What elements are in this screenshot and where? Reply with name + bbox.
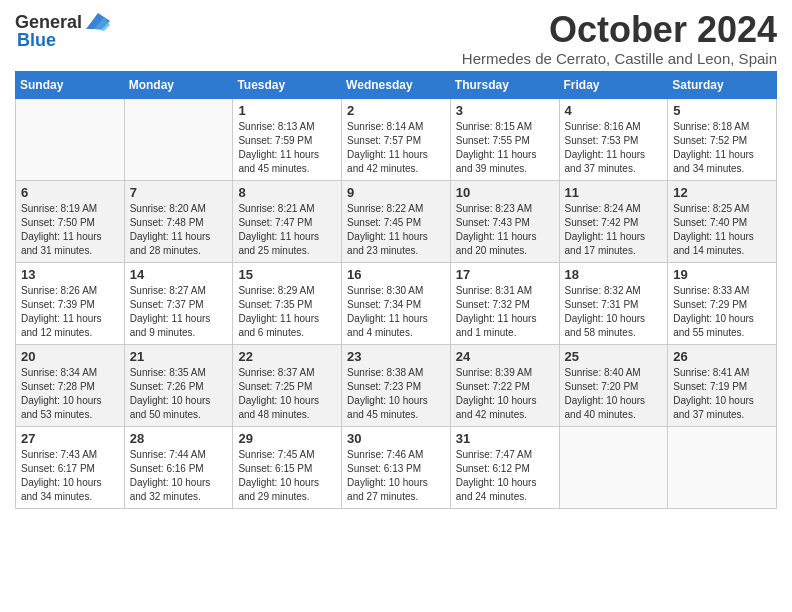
day-number: 19	[673, 267, 771, 282]
day-number: 2	[347, 103, 445, 118]
day-number: 16	[347, 267, 445, 282]
day-info: Sunrise: 8:24 AMSunset: 7:42 PMDaylight:…	[565, 202, 663, 258]
day-info: Sunrise: 8:26 AMSunset: 7:39 PMDaylight:…	[21, 284, 119, 340]
calendar-cell: 15Sunrise: 8:29 AMSunset: 7:35 PMDayligh…	[233, 262, 342, 344]
calendar-cell: 26Sunrise: 8:41 AMSunset: 7:19 PMDayligh…	[668, 344, 777, 426]
day-info: Sunrise: 7:44 AMSunset: 6:16 PMDaylight:…	[130, 448, 228, 504]
day-number: 5	[673, 103, 771, 118]
day-info: Sunrise: 8:15 AMSunset: 7:55 PMDaylight:…	[456, 120, 554, 176]
calendar-header-row: SundayMondayTuesdayWednesdayThursdayFrid…	[16, 71, 777, 98]
day-info: Sunrise: 8:34 AMSunset: 7:28 PMDaylight:…	[21, 366, 119, 422]
location-subtitle: Hermedes de Cerrato, Castille and Leon, …	[462, 50, 777, 67]
day-info: Sunrise: 8:38 AMSunset: 7:23 PMDaylight:…	[347, 366, 445, 422]
day-info: Sunrise: 7:47 AMSunset: 6:12 PMDaylight:…	[456, 448, 554, 504]
calendar-cell: 13Sunrise: 8:26 AMSunset: 7:39 PMDayligh…	[16, 262, 125, 344]
day-number: 23	[347, 349, 445, 364]
day-number: 14	[130, 267, 228, 282]
day-info: Sunrise: 8:32 AMSunset: 7:31 PMDaylight:…	[565, 284, 663, 340]
day-info: Sunrise: 7:43 AMSunset: 6:17 PMDaylight:…	[21, 448, 119, 504]
day-number: 4	[565, 103, 663, 118]
calendar-cell: 7Sunrise: 8:20 AMSunset: 7:48 PMDaylight…	[124, 180, 233, 262]
calendar-cell: 2Sunrise: 8:14 AMSunset: 7:57 PMDaylight…	[342, 98, 451, 180]
day-number: 9	[347, 185, 445, 200]
day-info: Sunrise: 8:27 AMSunset: 7:37 PMDaylight:…	[130, 284, 228, 340]
calendar-cell: 29Sunrise: 7:45 AMSunset: 6:15 PMDayligh…	[233, 426, 342, 508]
calendar-cell	[16, 98, 125, 180]
calendar-cell: 31Sunrise: 7:47 AMSunset: 6:12 PMDayligh…	[450, 426, 559, 508]
day-info: Sunrise: 8:39 AMSunset: 7:22 PMDaylight:…	[456, 366, 554, 422]
day-info: Sunrise: 8:22 AMSunset: 7:45 PMDaylight:…	[347, 202, 445, 258]
calendar-cell: 20Sunrise: 8:34 AMSunset: 7:28 PMDayligh…	[16, 344, 125, 426]
logo: General Blue	[15, 10, 112, 51]
day-number: 12	[673, 185, 771, 200]
calendar-cell	[559, 426, 668, 508]
title-area: October 2024 Hermedes de Cerrato, Castil…	[462, 10, 777, 67]
logo-blue: Blue	[17, 30, 56, 51]
calendar-cell: 16Sunrise: 8:30 AMSunset: 7:34 PMDayligh…	[342, 262, 451, 344]
calendar-cell: 18Sunrise: 8:32 AMSunset: 7:31 PMDayligh…	[559, 262, 668, 344]
day-info: Sunrise: 8:29 AMSunset: 7:35 PMDaylight:…	[238, 284, 336, 340]
day-header-friday: Friday	[559, 71, 668, 98]
calendar-cell: 6Sunrise: 8:19 AMSunset: 7:50 PMDaylight…	[16, 180, 125, 262]
day-number: 25	[565, 349, 663, 364]
calendar-cell: 10Sunrise: 8:23 AMSunset: 7:43 PMDayligh…	[450, 180, 559, 262]
calendar-cell: 17Sunrise: 8:31 AMSunset: 7:32 PMDayligh…	[450, 262, 559, 344]
day-header-sunday: Sunday	[16, 71, 125, 98]
day-info: Sunrise: 7:46 AMSunset: 6:13 PMDaylight:…	[347, 448, 445, 504]
day-number: 13	[21, 267, 119, 282]
calendar-table: SundayMondayTuesdayWednesdayThursdayFrid…	[15, 71, 777, 509]
day-info: Sunrise: 8:31 AMSunset: 7:32 PMDaylight:…	[456, 284, 554, 340]
day-header-saturday: Saturday	[668, 71, 777, 98]
day-header-monday: Monday	[124, 71, 233, 98]
day-info: Sunrise: 8:23 AMSunset: 7:43 PMDaylight:…	[456, 202, 554, 258]
day-info: Sunrise: 8:21 AMSunset: 7:47 PMDaylight:…	[238, 202, 336, 258]
day-info: Sunrise: 8:19 AMSunset: 7:50 PMDaylight:…	[21, 202, 119, 258]
day-info: Sunrise: 8:13 AMSunset: 7:59 PMDaylight:…	[238, 120, 336, 176]
calendar-cell: 5Sunrise: 8:18 AMSunset: 7:52 PMDaylight…	[668, 98, 777, 180]
day-info: Sunrise: 8:37 AMSunset: 7:25 PMDaylight:…	[238, 366, 336, 422]
calendar-cell: 1Sunrise: 8:13 AMSunset: 7:59 PMDaylight…	[233, 98, 342, 180]
calendar-cell: 4Sunrise: 8:16 AMSunset: 7:53 PMDaylight…	[559, 98, 668, 180]
day-number: 7	[130, 185, 228, 200]
day-info: Sunrise: 8:33 AMSunset: 7:29 PMDaylight:…	[673, 284, 771, 340]
day-header-thursday: Thursday	[450, 71, 559, 98]
day-number: 8	[238, 185, 336, 200]
day-info: Sunrise: 7:45 AMSunset: 6:15 PMDaylight:…	[238, 448, 336, 504]
day-number: 26	[673, 349, 771, 364]
day-header-wednesday: Wednesday	[342, 71, 451, 98]
day-info: Sunrise: 8:41 AMSunset: 7:19 PMDaylight:…	[673, 366, 771, 422]
day-number: 17	[456, 267, 554, 282]
day-info: Sunrise: 8:14 AMSunset: 7:57 PMDaylight:…	[347, 120, 445, 176]
calendar-cell: 27Sunrise: 7:43 AMSunset: 6:17 PMDayligh…	[16, 426, 125, 508]
day-number: 21	[130, 349, 228, 364]
week-row-1: 1Sunrise: 8:13 AMSunset: 7:59 PMDaylight…	[16, 98, 777, 180]
day-number: 29	[238, 431, 336, 446]
calendar-cell: 19Sunrise: 8:33 AMSunset: 7:29 PMDayligh…	[668, 262, 777, 344]
week-row-5: 27Sunrise: 7:43 AMSunset: 6:17 PMDayligh…	[16, 426, 777, 508]
day-number: 10	[456, 185, 554, 200]
day-number: 1	[238, 103, 336, 118]
calendar-cell: 21Sunrise: 8:35 AMSunset: 7:26 PMDayligh…	[124, 344, 233, 426]
day-number: 27	[21, 431, 119, 446]
day-info: Sunrise: 8:16 AMSunset: 7:53 PMDaylight:…	[565, 120, 663, 176]
day-info: Sunrise: 8:18 AMSunset: 7:52 PMDaylight:…	[673, 120, 771, 176]
day-number: 15	[238, 267, 336, 282]
day-number: 3	[456, 103, 554, 118]
day-info: Sunrise: 8:40 AMSunset: 7:20 PMDaylight:…	[565, 366, 663, 422]
day-number: 22	[238, 349, 336, 364]
calendar-cell: 22Sunrise: 8:37 AMSunset: 7:25 PMDayligh…	[233, 344, 342, 426]
day-info: Sunrise: 8:35 AMSunset: 7:26 PMDaylight:…	[130, 366, 228, 422]
calendar-cell: 9Sunrise: 8:22 AMSunset: 7:45 PMDaylight…	[342, 180, 451, 262]
calendar-cell	[668, 426, 777, 508]
calendar-cell	[124, 98, 233, 180]
day-number: 30	[347, 431, 445, 446]
calendar-cell: 12Sunrise: 8:25 AMSunset: 7:40 PMDayligh…	[668, 180, 777, 262]
day-info: Sunrise: 8:20 AMSunset: 7:48 PMDaylight:…	[130, 202, 228, 258]
week-row-3: 13Sunrise: 8:26 AMSunset: 7:39 PMDayligh…	[16, 262, 777, 344]
logo-icon	[84, 10, 112, 34]
day-header-tuesday: Tuesday	[233, 71, 342, 98]
month-title: October 2024	[462, 10, 777, 50]
calendar-cell: 23Sunrise: 8:38 AMSunset: 7:23 PMDayligh…	[342, 344, 451, 426]
day-number: 6	[21, 185, 119, 200]
day-number: 18	[565, 267, 663, 282]
